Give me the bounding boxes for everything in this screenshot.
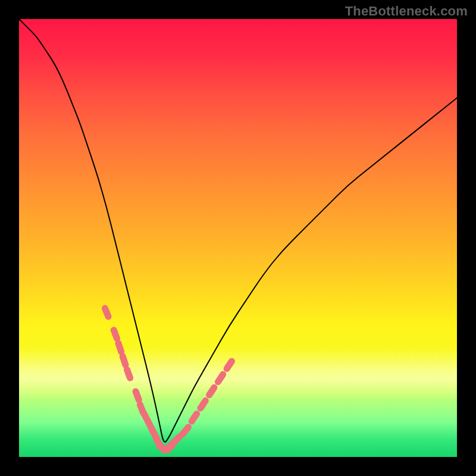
curve-marker — [101, 304, 112, 321]
curve-marker — [214, 370, 228, 387]
markers-group — [101, 304, 236, 455]
curve-marker — [178, 422, 193, 439]
curve-marker — [205, 383, 219, 400]
chart-frame: TheBottleneck.com — [0, 0, 476, 476]
curve-marker — [118, 352, 130, 369]
curve-marker — [223, 357, 237, 374]
curve-marker — [196, 396, 210, 413]
curve-marker — [187, 409, 202, 426]
curve-marker — [131, 387, 143, 404]
curve-group — [19, 19, 457, 442]
bottleneck-curve-path — [19, 19, 457, 442]
curve-marker — [123, 365, 134, 382]
plot-area — [19, 19, 457, 457]
chart-svg — [19, 19, 457, 457]
watermark-text: TheBottleneck.com — [345, 4, 468, 19]
